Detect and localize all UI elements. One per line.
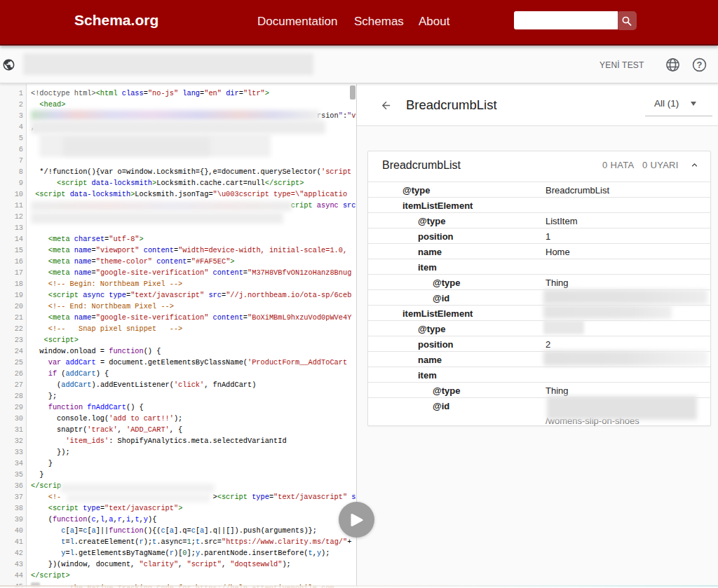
svg-text:?: ? — [697, 59, 703, 69]
